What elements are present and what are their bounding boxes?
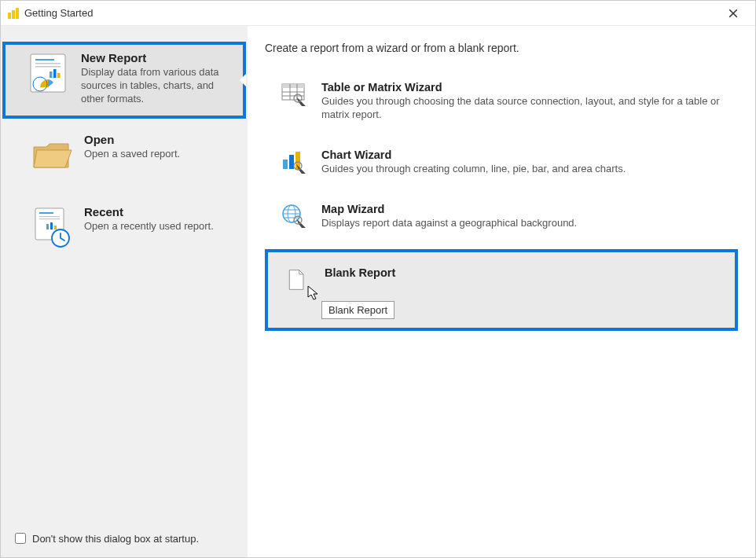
open-folder-icon — [29, 133, 73, 177]
option-text: Chart Wizard Guides you through creating… — [321, 149, 626, 176]
sidebar-item-title: Recent — [84, 205, 214, 218]
sidebar-item-title: New Report — [81, 51, 233, 64]
sidebar-item-text: Recent Open a recently used report. — [84, 205, 214, 233]
sidebar: New Report Display data from various dat… — [1, 26, 248, 557]
svg-rect-7 — [50, 72, 53, 78]
svg-rect-8 — [53, 69, 57, 78]
option-table-matrix-wizard[interactable]: Table or Matrix Wizard Guides you throug… — [265, 73, 738, 130]
svg-rect-9 — [57, 73, 61, 78]
svg-rect-2 — [16, 8, 19, 19]
svg-rect-5 — [35, 63, 61, 64]
map-wizard-icon — [281, 203, 307, 229]
svg-rect-13 — [39, 216, 60, 217]
window-title: Getting Started — [24, 7, 717, 19]
sidebar-item-recent[interactable]: Recent Open a recently used report. — [6, 196, 243, 262]
sidebar-item-new-report[interactable]: New Report Display data from various dat… — [2, 42, 246, 119]
svg-rect-6 — [35, 66, 61, 68]
option-text: Table or Matrix Wizard Guides you throug… — [321, 81, 728, 122]
option-title: Map Wizard — [321, 203, 577, 215]
main-heading: Create a report from a wizard or from a … — [265, 42, 738, 54]
option-map-wizard[interactable]: Map Wizard Displays report data against … — [265, 195, 738, 238]
sidebar-item-desc: Display data from various data sources i… — [81, 66, 233, 106]
option-text: Blank Report — [325, 266, 395, 281]
new-report-icon — [26, 51, 70, 95]
option-title: Blank Report — [325, 266, 395, 279]
svg-rect-17 — [54, 226, 57, 229]
option-chart-wizard[interactable]: Chart Wizard Guides you through creating… — [265, 141, 738, 184]
sidebar-item-text: New Report Display data from various dat… — [81, 51, 233, 106]
option-desc: Guides you through choosing the data sou… — [321, 95, 728, 122]
dont-show-checkbox[interactable] — [15, 533, 26, 544]
dont-show-label: Don't show this dialog box at startup. — [32, 533, 199, 545]
option-blank-report[interactable]: Blank Report Blank Report — [265, 249, 738, 331]
getting-started-window: Getting Started — [0, 0, 756, 558]
sidebar-footer: Don't show this dialog box at startup. — [1, 519, 248, 557]
blank-report-icon — [284, 266, 310, 293]
app-icon — [7, 7, 20, 20]
option-title: Chart Wizard — [321, 149, 626, 161]
svg-rect-20 — [282, 84, 304, 88]
option-text: Map Wizard Displays report data against … — [321, 203, 577, 230]
sidebar-item-desc: Open a saved report. — [84, 148, 180, 161]
option-title: Table or Matrix Wizard — [321, 81, 728, 94]
recent-icon — [29, 205, 73, 249]
svg-rect-26 — [283, 160, 288, 169]
content-area: New Report Display data from various dat… — [1, 26, 755, 557]
table-wizard-icon — [281, 81, 307, 108]
sidebar-item-title: Open — [84, 133, 180, 146]
svg-rect-12 — [39, 212, 53, 214]
chart-wizard-icon — [281, 149, 307, 175]
svg-rect-4 — [35, 59, 54, 61]
sidebar-item-open[interactable]: Open Open a saved report. — [6, 123, 243, 189]
option-desc: Guides you through creating column, line… — [321, 163, 626, 176]
svg-rect-27 — [289, 155, 294, 169]
close-button[interactable] — [717, 1, 749, 26]
svg-rect-1 — [12, 10, 15, 19]
svg-rect-14 — [39, 218, 60, 219]
svg-rect-15 — [46, 224, 49, 229]
titlebar: Getting Started — [1, 1, 755, 26]
svg-rect-16 — [50, 222, 53, 229]
main-panel: Create a report from a wizard or from a … — [248, 26, 755, 557]
sidebar-item-desc: Open a recently used report. — [84, 220, 214, 233]
svg-rect-0 — [8, 13, 11, 19]
sidebar-item-text: Open Open a saved report. — [84, 133, 180, 161]
option-desc: Displays report data against a geographi… — [321, 217, 577, 230]
blank-report-tooltip: Blank Report — [321, 301, 395, 319]
